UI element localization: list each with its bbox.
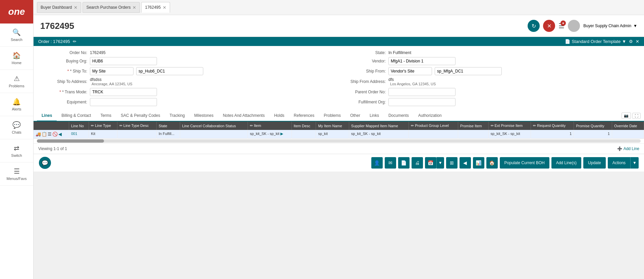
add-lines-label: Add Line(s) [556,160,577,165]
tab-authorization[interactable]: Authorization [414,110,446,122]
tab-buyer-dashboard[interactable]: Buyer Dashboard ✕ [37,2,81,13]
refresh-button[interactable]: ↻ [528,20,540,32]
ship-to-site-input[interactable] [90,67,133,75]
user-dropdown[interactable]: Buyer Supply Chain Admin ▼ [583,24,637,28]
tab-holds[interactable]: Holds [269,110,289,122]
fulfillment-org-input[interactable] [388,98,455,106]
populate-boh-button[interactable]: Populate Current BOH [500,157,549,169]
tab-references[interactable]: References [289,110,319,122]
tab-lines[interactable]: Lines [37,110,57,122]
row-icon-truck[interactable]: 🚚 [36,132,41,137]
ship-to-addr-line1: dfsdss [90,77,132,82]
sidebar-item-problems[interactable]: ⚠ Problems [0,70,33,93]
vendor-label: Vendor: [342,59,386,63]
sidebar-item-alerts[interactable]: 🔔 Alerts [0,93,33,116]
ship-to-dc-input[interactable] [136,67,203,75]
edit-line-type-desc-icon: ✏ [119,124,122,128]
tab-terms[interactable]: Terms [96,110,116,122]
ship-from-addr-line2: Los Angelos, GA 12345, US [390,82,436,86]
tab-expand-btn[interactable]: ⛶ [632,113,641,119]
tab-documents[interactable]: Documents [384,110,414,122]
buying-org-label: Buying Org: [44,59,87,63]
tab-sac[interactable]: SAC & Penalty Codes [116,110,165,122]
toolbar-back-btn[interactable]: ◀ [460,157,471,169]
toolbar-calendar-btn[interactable]: 📅 [425,157,436,169]
sidebar-label-home: Home [12,61,21,65]
order-no-label: Order No: [44,50,87,55]
ship-from-site-input[interactable] [388,67,432,75]
tab-label-buyer-dashboard: Buyer Dashboard [41,5,72,10]
row-my-item-name: sp_kit [316,130,349,139]
order-tabs-bar: Lines Billing & Contact Terms SAC & Pena… [34,110,644,122]
sidebar-logo[interactable]: one [0,0,33,24]
toolbar-email-btn[interactable]: ✉ [385,157,396,169]
toolbar-doc-btn[interactable]: 📄 [398,157,410,169]
order-header-right: 📄 Standard Order Template ▼ ⚙ ✕ [565,39,639,44]
tab-other[interactable]: Other [345,110,365,122]
sidebar-label-switch: Switch [11,153,22,157]
vendor-input[interactable] [388,57,455,65]
tab-1762495[interactable]: 1762495 ✕ [141,2,170,13]
parent-order-row: Parent Order No: [342,87,634,97]
order-template-btn[interactable]: 📄 Standard Order Template ▼ [565,39,626,44]
row-icon-copy[interactable]: 📋 [42,132,47,137]
scroll-track [37,139,641,143]
toolbar-right: 👤 ✉ 📄 🖨 📅 ▼ ⊞ ◀ 📊 🏠 Populate Current BOH [371,157,639,169]
row-icon-stop[interactable]: 🚫 [52,132,58,137]
menu-button[interactable]: ☰ ★ [558,22,565,30]
actions-dropdown[interactable]: ▼ [630,157,639,169]
main-area: Buyer Dashboard ✕ Search Purchase Orders… [34,0,644,279]
actions-button[interactable]: Actions [608,157,630,169]
parent-order-input[interactable] [388,88,455,96]
toolbar-person-btn[interactable]: 👤 [371,157,383,169]
parent-order-label: Parent Order No: [342,90,386,94]
row-item-arrow[interactable]: ▶ [280,132,283,136]
add-line-button[interactable]: ➕ Add Line [617,146,639,151]
equipment-input[interactable] [90,98,157,106]
lines-table: Line No ✏ Line Type ✏ Line Type Desc Sta… [34,122,644,139]
ship-from-dc-input[interactable] [435,67,502,75]
ship-from-row: Ship From: [342,66,634,76]
toolbar-calendar-dropdown[interactable]: ▼ [436,157,444,169]
user-name: Buyer Supply Chain Admin [583,24,631,28]
tab-close-search-po[interactable]: ✕ [132,5,136,10]
trans-mode-input[interactable] [90,88,157,96]
tab-close-1762495[interactable]: ✕ [163,5,166,10]
order-close-btn[interactable]: ✕ [636,39,639,44]
tab-search-po[interactable]: Search Purchase Orders ✕ [83,2,140,13]
scroll-thumb[interactable] [37,139,104,143]
tab-screenshot-btn[interactable]: 📷 [622,112,631,119]
sidebar-item-search[interactable]: 🔍 Search [0,24,33,47]
table-scrollbar[interactable] [34,139,644,143]
add-lines-button[interactable]: Add Line(s) [551,157,581,169]
order-settings-btn[interactable]: ⚙ [629,39,633,44]
tab-close-buyer-dashboard[interactable]: ✕ [74,5,77,10]
tab-links[interactable]: Links [365,110,384,122]
sidebar-item-switch[interactable]: ⇄ Switch [0,139,33,162]
tab-tracking[interactable]: Tracking [165,110,190,122]
toolbar-home-btn[interactable]: 🏠 [486,157,498,169]
sidebar-item-home[interactable]: 🏠 Home [0,47,33,70]
toolbar-chart-btn[interactable]: 📊 [473,157,484,169]
order-panel: Order : 1762495 ✏ 📄 Standard Order Templ… [34,37,644,172]
state-label: State: [342,50,386,55]
tab-billing[interactable]: Billing & Contact [57,110,96,122]
sidebar-item-chats[interactable]: 💬 Chats [0,116,33,139]
toolbar-print-btn[interactable]: 🖨 [412,157,423,169]
logo-text: one [8,6,25,17]
tab-problems[interactable]: Problems [319,110,345,122]
sidebar-item-menus[interactable]: ☰ Menus/Favs [0,162,33,186]
order-edit-btn[interactable]: ✏ [73,39,76,44]
tab-notes[interactable]: Notes And Attachments [218,110,269,122]
buying-org-row: Buying Org: [44,56,335,66]
row-icon-list[interactable]: ☰ [48,132,52,137]
chat-button[interactable]: 💬 [39,157,51,169]
col-override-date: Override Date [612,122,644,130]
close-button[interactable]: ✕ [543,20,555,32]
line-no-value: 001 [71,132,77,136]
tab-milestones[interactable]: Milestones [190,110,218,122]
row-override-date [612,130,644,139]
toolbar-grid-btn[interactable]: ⊞ [446,157,458,169]
update-button[interactable]: Update [583,157,606,169]
buying-org-input[interactable] [90,57,157,65]
